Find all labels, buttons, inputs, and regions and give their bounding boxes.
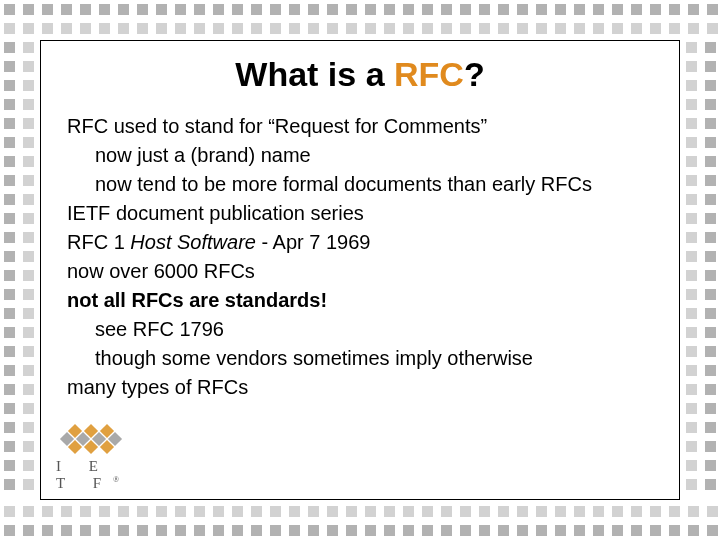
body-subline: now just a (brand) name bbox=[95, 141, 653, 169]
body-line: RFC 1 Host Software - Apr 7 1969 bbox=[67, 228, 653, 256]
title-accent: RFC bbox=[394, 55, 464, 93]
text: - Apr 7 1969 bbox=[256, 231, 371, 253]
ietf-logo: I E T F® bbox=[52, 426, 142, 492]
slide-title: What is a RFC? bbox=[41, 55, 679, 94]
body-line: now over 6000 RFCs bbox=[67, 257, 653, 285]
body-line: many types of RFCs bbox=[67, 373, 653, 401]
logo-text: I E T F® bbox=[56, 458, 142, 492]
body-line: RFC used to stand for “Request for Comme… bbox=[67, 112, 653, 140]
body-line-bold: not all RFCs are standards! bbox=[67, 286, 653, 314]
logo-diamonds-icon bbox=[54, 426, 142, 452]
text-italic: Host Software bbox=[130, 231, 256, 253]
logo-letters: I E T F bbox=[56, 458, 113, 491]
title-pre: What is a bbox=[235, 55, 394, 93]
title-post: ? bbox=[464, 55, 485, 93]
body-subline: see RFC 1796 bbox=[95, 315, 653, 343]
body-subline: though some vendors sometimes imply othe… bbox=[95, 344, 653, 372]
body-line: IETF document publication series bbox=[67, 199, 653, 227]
slide-body: RFC used to stand for “Request for Comme… bbox=[41, 112, 679, 401]
text: RFC 1 bbox=[67, 231, 130, 253]
body-subline: now tend to be more formal documents tha… bbox=[95, 170, 653, 198]
